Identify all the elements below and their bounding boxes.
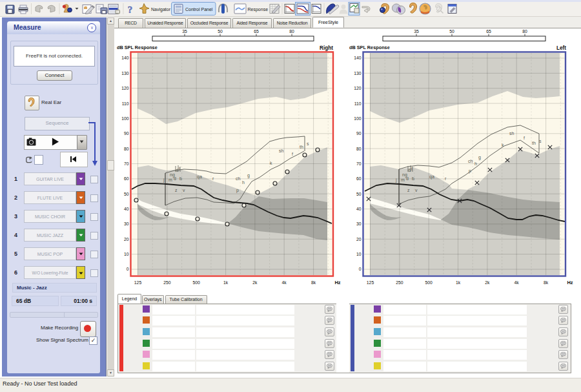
svg-text:100: 100	[121, 116, 129, 121]
svg-text:50: 50	[449, 29, 454, 34]
svg-text:ch: ch	[236, 176, 241, 181]
svg-text:80: 80	[356, 147, 362, 151]
svg-text:20: 20	[356, 237, 362, 242]
svg-text:30: 30	[124, 222, 129, 226]
svg-text:Right: Right	[320, 45, 333, 51]
svg-text:30: 30	[356, 222, 362, 226]
svg-text:dB SPL Response: dB SPL Response	[349, 45, 390, 50]
svg-text:250: 250	[396, 280, 403, 285]
svg-text:f: f	[524, 136, 525, 140]
svg-text:m: m	[401, 178, 405, 182]
svg-text:d: d	[406, 176, 409, 181]
svg-text:Left: Left	[556, 45, 566, 51]
svg-text:8k: 8k	[311, 280, 316, 285]
svg-text:110: 110	[354, 101, 362, 106]
svg-text:10: 10	[356, 252, 362, 256]
svg-text:ng: ng	[170, 172, 175, 178]
svg-text:500: 500	[425, 280, 433, 285]
svg-text:0: 0	[127, 267, 129, 271]
svg-text:4k: 4k	[282, 280, 287, 285]
svg-text:120: 120	[121, 86, 129, 90]
svg-text:Hz: Hz	[334, 280, 340, 285]
svg-text:th: th	[532, 141, 536, 145]
svg-text:k: k	[270, 161, 272, 165]
svg-text:250: 250	[163, 280, 171, 285]
svg-text:sh: sh	[279, 149, 284, 153]
svg-text:z: z	[407, 188, 410, 192]
svg-text:60: 60	[356, 176, 362, 181]
svg-text:140: 140	[354, 56, 362, 60]
svg-text:100: 100	[354, 116, 362, 121]
svg-text:z: z	[175, 188, 178, 192]
svg-text:s: s	[307, 141, 309, 146]
svg-text:50: 50	[356, 192, 362, 196]
svg-text:f: f	[292, 152, 293, 156]
svg-text:qa: qa	[197, 174, 202, 180]
svg-text:10: 10	[124, 252, 129, 256]
svg-text:130: 130	[121, 71, 129, 76]
svg-text:90: 90	[356, 131, 362, 136]
svg-text:m: m	[168, 178, 172, 182]
svg-text:90: 90	[124, 131, 129, 136]
svg-text:v: v	[415, 188, 418, 192]
svg-text:sh: sh	[509, 131, 515, 136]
svg-text:2k: 2k	[485, 280, 490, 285]
svg-text:50: 50	[124, 192, 129, 196]
svg-text:70: 70	[124, 161, 129, 166]
svg-text:125: 125	[367, 280, 374, 285]
svg-text:s: s	[539, 139, 542, 143]
svg-text:g: g	[247, 173, 250, 178]
svg-text:65: 65	[254, 29, 259, 34]
svg-text:j: j	[163, 178, 165, 183]
svg-text:qa: qa	[429, 174, 434, 180]
svg-text:110: 110	[122, 101, 129, 106]
svg-text:h: h	[242, 180, 245, 185]
svg-text:20: 20	[124, 237, 129, 242]
svg-text:b: b	[412, 176, 414, 181]
svg-text:40: 40	[124, 207, 129, 211]
svg-text:k: k	[502, 143, 504, 147]
svg-text:80: 80	[289, 29, 294, 34]
svg-text:1k: 1k	[456, 280, 461, 285]
svg-text:d: d	[408, 168, 411, 172]
svg-text:Hz: Hz	[567, 280, 573, 285]
svg-text:Control Panel: Control Panel	[185, 7, 213, 12]
svg-text:80: 80	[124, 147, 129, 151]
svg-text:2k: 2k	[252, 280, 258, 285]
svg-text:60: 60	[124, 176, 129, 181]
svg-text:0: 0	[359, 267, 362, 271]
svg-text:th: th	[300, 145, 303, 149]
svg-text:Response: Response	[248, 7, 269, 12]
svg-text:65: 65	[486, 29, 491, 34]
svg-text:4k: 4k	[515, 280, 520, 285]
svg-text:b: b	[179, 176, 182, 181]
svg-text:1k: 1k	[223, 280, 229, 285]
svg-text:dB SPL Response: dB SPL Response	[117, 45, 158, 50]
svg-text:?: ?	[128, 5, 133, 15]
svg-text:p: p	[469, 169, 471, 174]
svg-text:35: 35	[182, 29, 187, 34]
svg-text:j: j	[395, 178, 397, 183]
svg-text:g: g	[478, 155, 481, 160]
svg-text:40: 40	[356, 207, 362, 211]
svg-text:130: 130	[354, 71, 362, 76]
svg-text:ch: ch	[468, 159, 473, 163]
svg-text:120: 120	[354, 86, 362, 90]
svg-text:v: v	[183, 188, 185, 192]
svg-text:d: d	[174, 176, 176, 181]
svg-text:70: 70	[356, 161, 362, 166]
svg-text:50: 50	[218, 29, 223, 34]
svg-text:h: h	[474, 161, 477, 166]
svg-text:ng: ng	[402, 172, 407, 178]
svg-text:p: p	[236, 188, 239, 193]
svg-text:8k: 8k	[544, 280, 549, 285]
svg-text:140: 140	[121, 56, 129, 60]
svg-text:500: 500	[193, 280, 201, 285]
svg-text:d: d	[176, 168, 178, 172]
svg-text:35: 35	[414, 29, 419, 34]
svg-text:Navigator: Navigator	[151, 7, 171, 12]
svg-text:125: 125	[134, 280, 142, 285]
svg-text:80: 80	[522, 29, 527, 34]
